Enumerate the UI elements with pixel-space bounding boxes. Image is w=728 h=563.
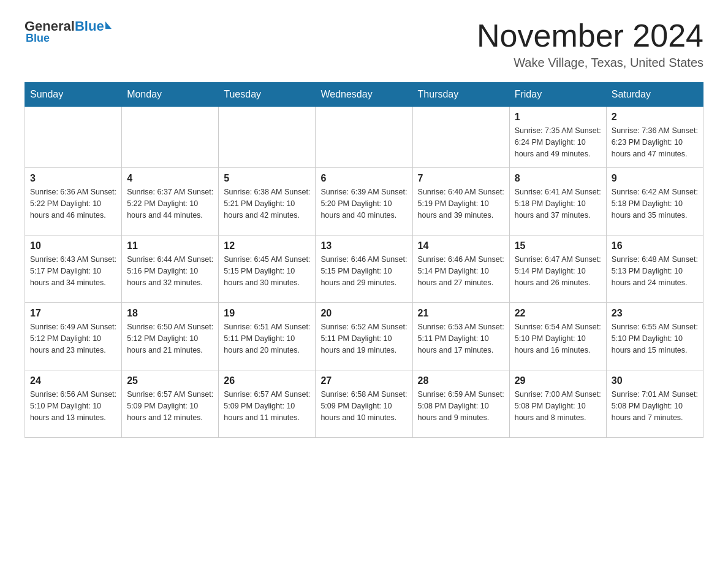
calendar-cell: 26Sunrise: 6:57 AM Sunset: 5:09 PM Dayli… [219, 370, 316, 438]
day-number: 11 [127, 240, 213, 251]
day-number: 24 [30, 375, 116, 386]
calendar-cell: 23Sunrise: 6:55 AM Sunset: 5:10 PM Dayli… [606, 303, 703, 370]
day-info: Sunrise: 6:57 AM Sunset: 5:09 PM Dayligh… [127, 389, 213, 423]
day-info: Sunrise: 6:54 AM Sunset: 5:10 PM Dayligh… [515, 321, 601, 356]
calendar-cell: 29Sunrise: 7:00 AM Sunset: 5:08 PM Dayli… [509, 370, 606, 438]
day-info: Sunrise: 6:46 AM Sunset: 5:14 PM Dayligh… [418, 254, 504, 288]
day-info: Sunrise: 7:35 AM Sunset: 6:24 PM Dayligh… [515, 125, 601, 159]
day-info: Sunrise: 6:46 AM Sunset: 5:15 PM Dayligh… [320, 254, 407, 288]
day-info: Sunrise: 6:45 AM Sunset: 5:15 PM Dayligh… [224, 254, 310, 288]
header-row: SundayMondayTuesdayWednesdayThursdayFrid… [25, 83, 703, 107]
day-number: 7 [418, 173, 504, 184]
logo-arrow-icon [105, 21, 112, 29]
day-info: Sunrise: 6:59 AM Sunset: 5:08 PM Dayligh… [418, 389, 504, 423]
calendar-cell: 28Sunrise: 6:59 AM Sunset: 5:08 PM Dayli… [412, 370, 509, 438]
calendar-cell: 6Sunrise: 6:39 AM Sunset: 5:20 PM Daylig… [316, 168, 412, 236]
day-number: 5 [224, 173, 310, 184]
calendar-cell: 17Sunrise: 6:49 AM Sunset: 5:12 PM Dayli… [25, 303, 122, 370]
calendar-cell [219, 107, 316, 168]
calendar-cell: 30Sunrise: 7:01 AM Sunset: 5:08 PM Dayli… [606, 370, 703, 438]
day-info: Sunrise: 7:36 AM Sunset: 6:23 PM Dayligh… [612, 125, 698, 159]
calendar-cell [25, 107, 122, 168]
day-number: 27 [320, 375, 407, 386]
day-info: Sunrise: 6:39 AM Sunset: 5:20 PM Dayligh… [320, 186, 407, 221]
header-day-thursday: Thursday [412, 83, 509, 107]
week-row-2: 10Sunrise: 6:43 AM Sunset: 5:17 PM Dayli… [25, 236, 703, 303]
header-day-saturday: Saturday [606, 83, 703, 107]
day-number: 10 [30, 240, 116, 251]
day-info: Sunrise: 6:36 AM Sunset: 5:22 PM Dayligh… [30, 186, 116, 221]
day-info: Sunrise: 6:56 AM Sunset: 5:10 PM Dayligh… [30, 389, 116, 423]
day-number: 6 [320, 173, 407, 184]
calendar-cell: 10Sunrise: 6:43 AM Sunset: 5:17 PM Dayli… [25, 236, 122, 303]
day-number: 4 [127, 173, 213, 184]
week-row-4: 24Sunrise: 6:56 AM Sunset: 5:10 PM Dayli… [25, 370, 703, 438]
header-day-wednesday: Wednesday [316, 83, 412, 107]
logo-subtitle: Blue [26, 32, 50, 45]
calendar-title: November 2024 [477, 18, 703, 53]
calendar-cell: 12Sunrise: 6:45 AM Sunset: 5:15 PM Dayli… [219, 236, 316, 303]
day-info: Sunrise: 6:37 AM Sunset: 5:22 PM Dayligh… [127, 186, 213, 221]
day-number: 25 [127, 375, 213, 386]
day-number: 8 [515, 173, 601, 184]
day-number: 17 [30, 308, 116, 319]
calendar-cell: 4Sunrise: 6:37 AM Sunset: 5:22 PM Daylig… [122, 168, 219, 236]
calendar-cell: 19Sunrise: 6:51 AM Sunset: 5:11 PM Dayli… [219, 303, 316, 370]
logo: General Blue Blue [25, 18, 112, 45]
calendar-cell: 8Sunrise: 6:41 AM Sunset: 5:18 PM Daylig… [509, 168, 606, 236]
calendar-cell: 16Sunrise: 6:48 AM Sunset: 5:13 PM Dayli… [606, 236, 703, 303]
day-info: Sunrise: 6:58 AM Sunset: 5:09 PM Dayligh… [320, 389, 407, 423]
day-number: 30 [612, 375, 698, 386]
day-number: 9 [612, 173, 698, 184]
title-block: November 2024 Wake Village, Texas, Unite… [477, 18, 703, 70]
day-info: Sunrise: 7:00 AM Sunset: 5:08 PM Dayligh… [515, 389, 601, 423]
day-info: Sunrise: 6:47 AM Sunset: 5:14 PM Dayligh… [515, 254, 601, 288]
day-info: Sunrise: 6:41 AM Sunset: 5:18 PM Dayligh… [515, 186, 601, 221]
calendar-cell: 2Sunrise: 7:36 AM Sunset: 6:23 PM Daylig… [606, 107, 703, 168]
header-day-monday: Monday [122, 83, 219, 107]
day-info: Sunrise: 6:44 AM Sunset: 5:16 PM Dayligh… [127, 254, 213, 288]
day-info: Sunrise: 6:40 AM Sunset: 5:19 PM Dayligh… [418, 186, 504, 221]
week-row-0: 1Sunrise: 7:35 AM Sunset: 6:24 PM Daylig… [25, 107, 703, 168]
day-number: 12 [224, 240, 310, 251]
day-info: Sunrise: 6:50 AM Sunset: 5:12 PM Dayligh… [127, 321, 213, 356]
calendar-cell: 5Sunrise: 6:38 AM Sunset: 5:21 PM Daylig… [219, 168, 316, 236]
calendar-cell [122, 107, 219, 168]
page-header: General Blue Blue November 2024 Wake Vil… [25, 18, 703, 70]
day-info: Sunrise: 6:51 AM Sunset: 5:11 PM Dayligh… [224, 321, 310, 356]
day-info: Sunrise: 6:42 AM Sunset: 5:18 PM Dayligh… [612, 186, 698, 221]
day-number: 21 [418, 308, 504, 319]
day-number: 1 [515, 112, 601, 123]
day-number: 19 [224, 308, 310, 319]
day-number: 29 [515, 375, 601, 386]
calendar-cell: 13Sunrise: 6:46 AM Sunset: 5:15 PM Dayli… [316, 236, 412, 303]
header-day-tuesday: Tuesday [219, 83, 316, 107]
day-number: 28 [418, 375, 504, 386]
calendar-cell: 21Sunrise: 6:53 AM Sunset: 5:11 PM Dayli… [412, 303, 509, 370]
day-number: 13 [320, 240, 407, 251]
day-number: 2 [612, 112, 698, 123]
day-info: Sunrise: 6:49 AM Sunset: 5:12 PM Dayligh… [30, 321, 116, 356]
logo-blue-text: Blue [75, 18, 104, 34]
calendar-cell: 1Sunrise: 7:35 AM Sunset: 6:24 PM Daylig… [509, 107, 606, 168]
day-info: Sunrise: 6:57 AM Sunset: 5:09 PM Dayligh… [224, 389, 310, 423]
day-info: Sunrise: 6:52 AM Sunset: 5:11 PM Dayligh… [320, 321, 407, 356]
calendar-subtitle: Wake Village, Texas, United States [477, 56, 703, 70]
day-number: 14 [418, 240, 504, 251]
calendar-cell: 22Sunrise: 6:54 AM Sunset: 5:10 PM Dayli… [509, 303, 606, 370]
calendar-cell: 20Sunrise: 6:52 AM Sunset: 5:11 PM Dayli… [316, 303, 412, 370]
week-row-3: 17Sunrise: 6:49 AM Sunset: 5:12 PM Dayli… [25, 303, 703, 370]
calendar-cell: 18Sunrise: 6:50 AM Sunset: 5:12 PM Dayli… [122, 303, 219, 370]
calendar-cell: 7Sunrise: 6:40 AM Sunset: 5:19 PM Daylig… [412, 168, 509, 236]
calendar-cell: 3Sunrise: 6:36 AM Sunset: 5:22 PM Daylig… [25, 168, 122, 236]
day-info: Sunrise: 7:01 AM Sunset: 5:08 PM Dayligh… [612, 389, 698, 423]
day-info: Sunrise: 6:55 AM Sunset: 5:10 PM Dayligh… [612, 321, 698, 356]
calendar-cell: 25Sunrise: 6:57 AM Sunset: 5:09 PM Dayli… [122, 370, 219, 438]
day-number: 3 [30, 173, 116, 184]
day-info: Sunrise: 6:43 AM Sunset: 5:17 PM Dayligh… [30, 254, 116, 288]
calendar-cell: 14Sunrise: 6:46 AM Sunset: 5:14 PM Dayli… [412, 236, 509, 303]
calendar-table: SundayMondayTuesdayWednesdayThursdayFrid… [25, 82, 703, 438]
day-info: Sunrise: 6:53 AM Sunset: 5:11 PM Dayligh… [418, 321, 504, 356]
calendar-cell: 9Sunrise: 6:42 AM Sunset: 5:18 PM Daylig… [606, 168, 703, 236]
calendar-cell: 11Sunrise: 6:44 AM Sunset: 5:16 PM Dayli… [122, 236, 219, 303]
